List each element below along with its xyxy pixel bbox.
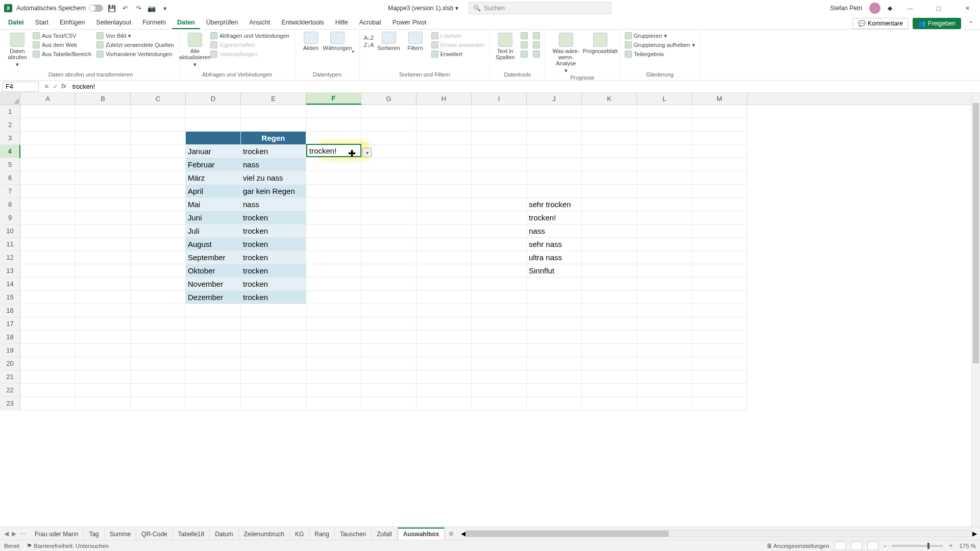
manage-data-model[interactable] (532, 50, 541, 58)
col-header-A[interactable]: A (20, 93, 76, 105)
cell-J13[interactable]: Sinnflut (527, 264, 582, 278)
tab-einfuegen[interactable]: Einfügen (55, 17, 90, 29)
cell-D23[interactable] (186, 397, 241, 410)
row-header[interactable]: 18 (0, 331, 20, 344)
cell-E21[interactable] (241, 370, 306, 384)
col-header-D[interactable]: D (186, 93, 241, 105)
cell-H1[interactable] (416, 105, 472, 118)
cell-F18[interactable] (306, 331, 361, 344)
cell-D18[interactable] (186, 331, 241, 344)
cell-G20[interactable] (361, 357, 416, 370)
cell-C15[interactable] (131, 291, 186, 304)
cell-L17[interactable] (637, 317, 692, 331)
sheet-tab[interactable]: QR-Code (136, 529, 173, 540)
cell-C3[interactable] (131, 132, 186, 145)
cell-E16[interactable] (241, 304, 306, 317)
cell-D7[interactable]: April (186, 185, 241, 198)
cell-M5[interactable] (692, 158, 747, 171)
save-icon[interactable]: 💾 (107, 4, 116, 13)
cell-K2[interactable] (582, 118, 637, 132)
cell-J10[interactable]: nass (527, 224, 582, 238)
cell-J3[interactable] (527, 132, 582, 145)
cell-I13[interactable] (472, 264, 527, 278)
cell-I17[interactable] (472, 317, 527, 331)
cell-A21[interactable] (20, 370, 76, 384)
avatar[interactable] (869, 3, 880, 14)
cell-H17[interactable] (416, 317, 472, 331)
cell-D13[interactable]: Oktober (186, 264, 241, 278)
cell-H19[interactable] (416, 344, 472, 357)
flash-fill[interactable] (520, 32, 529, 40)
cell-E19[interactable] (241, 344, 306, 357)
cell-E13[interactable]: trocken (241, 264, 306, 278)
sheet-prev-icon[interactable]: ◀ (4, 530, 9, 537)
consolidate[interactable] (532, 32, 541, 40)
cell-D5[interactable]: Februar (186, 158, 241, 171)
col-header-C[interactable]: C (131, 93, 186, 105)
cell-L18[interactable] (637, 331, 692, 344)
cell-C13[interactable] (131, 264, 186, 278)
cell-D12[interactable]: September (186, 251, 241, 264)
cell-B15[interactable] (76, 291, 131, 304)
cell-F17[interactable] (306, 317, 361, 331)
cell-J7[interactable] (527, 185, 582, 198)
cell-I16[interactable] (472, 304, 527, 317)
view-break-icon[interactable] (867, 542, 878, 550)
sheet-tab[interactable]: Tabelle18 (173, 529, 210, 540)
row-header[interactable]: 4 (0, 145, 20, 158)
text-to-columns-button[interactable]: Text in Spalten (494, 32, 517, 60)
cell-C20[interactable] (131, 357, 186, 370)
cell-F11[interactable] (306, 238, 361, 251)
row-header[interactable]: 14 (0, 278, 20, 291)
row-header[interactable]: 7 (0, 185, 20, 198)
sheet-tab[interactable]: Zufall (372, 529, 397, 540)
cell-E1[interactable] (241, 105, 306, 118)
cell-B20[interactable] (76, 357, 131, 370)
cell-L15[interactable] (637, 291, 692, 304)
cell-G19[interactable] (361, 344, 416, 357)
remove-duplicates[interactable] (520, 41, 529, 49)
cell-L14[interactable] (637, 278, 692, 291)
cell-K22[interactable] (582, 384, 637, 397)
cell-J9[interactable]: trocken! (527, 211, 582, 224)
cell-M8[interactable] (692, 198, 747, 211)
cell-J15[interactable] (527, 291, 582, 304)
cell-M23[interactable] (692, 397, 747, 410)
cell-F3[interactable] (306, 132, 361, 145)
cell-M11[interactable] (692, 238, 747, 251)
cell-M9[interactable] (692, 211, 747, 224)
sheet-tab[interactable]: Summe (105, 529, 136, 540)
cell-J5[interactable] (527, 158, 582, 171)
cell-A3[interactable] (20, 132, 76, 145)
cell-K23[interactable] (582, 397, 637, 410)
cell-J16[interactable] (527, 304, 582, 317)
sheet-tab[interactable]: Rang (309, 529, 335, 540)
tab-powerpivot[interactable]: Power Pivot (387, 17, 432, 29)
zoom-out-icon[interactable]: − (884, 543, 887, 549)
cell-G3[interactable] (361, 132, 416, 145)
cell-E12[interactable]: trocken (241, 251, 306, 264)
cell-K13[interactable] (582, 264, 637, 278)
cell-K11[interactable] (582, 238, 637, 251)
cell-C12[interactable] (131, 251, 186, 264)
cell-E9[interactable]: trocken (241, 211, 306, 224)
cell-G5[interactable] (361, 158, 416, 171)
name-box[interactable]: F4 (2, 82, 39, 92)
accessibility-status[interactable]: ⚑ Barrierefreiheit: Untersuchen (27, 542, 109, 549)
cell-C14[interactable] (131, 278, 186, 291)
col-header-K[interactable]: K (582, 93, 637, 105)
tab-ansicht[interactable]: Ansicht (244, 17, 275, 29)
cell-C11[interactable] (131, 238, 186, 251)
cell-B17[interactable] (76, 317, 131, 331)
cell-H15[interactable] (416, 291, 472, 304)
cell-B22[interactable] (76, 384, 131, 397)
cell-H14[interactable] (416, 278, 472, 291)
maximize-button[interactable]: ▢ (928, 0, 949, 16)
horizontal-scrollbar[interactable]: ◀ ▶ (458, 530, 980, 537)
cell-B7[interactable] (76, 185, 131, 198)
cell-C8[interactable] (131, 198, 186, 211)
cell-M19[interactable] (692, 344, 747, 357)
cell-M2[interactable] (692, 118, 747, 132)
cell-B8[interactable] (76, 198, 131, 211)
tab-start[interactable]: Start (30, 17, 54, 29)
